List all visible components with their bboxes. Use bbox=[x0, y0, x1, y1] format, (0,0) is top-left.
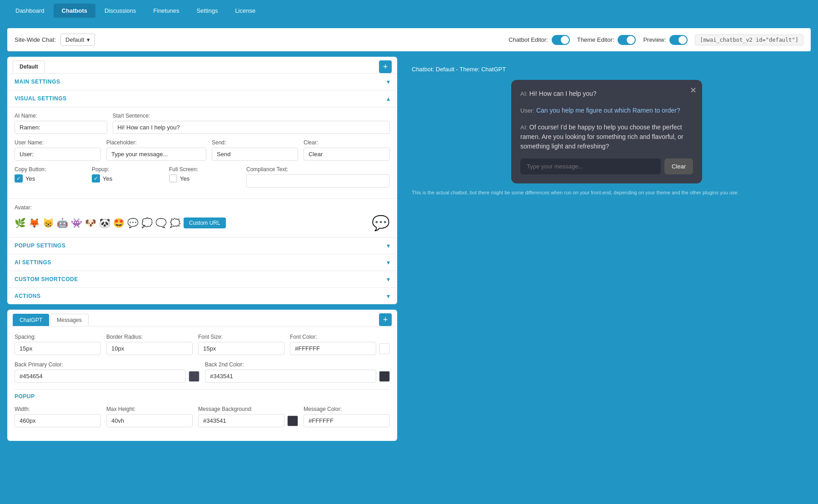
avatar-section: Avatar: 🌿 🦊 😸 🤖 👾 🐶 🐼 🤩 💬 💭 🗨️ 🗯️ bbox=[7, 198, 397, 237]
back-primary-swatch[interactable] bbox=[189, 371, 200, 382]
avatar-row: 🌿 🦊 😸 🤖 👾 🐶 🐼 🤩 💬 💭 🗨️ 🗯️ Custom URL bbox=[15, 214, 390, 232]
theme-row-2: Back Primary Color: Back 2nd Color: bbox=[15, 361, 390, 383]
ai-settings-title: AI SETTINGS bbox=[15, 259, 51, 266]
preview-toggle[interactable] bbox=[669, 35, 688, 45]
theme-row-3: Width: Max Height: Message Background: bbox=[15, 406, 390, 427]
font-size-input[interactable] bbox=[198, 342, 284, 355]
avatar-emoji-9[interactable]: 💬 bbox=[127, 217, 139, 228]
font-color-input-row bbox=[290, 342, 390, 355]
ai-sender-1: AI: bbox=[520, 90, 528, 97]
username-row: User Name: Placeholder: Send: Clear bbox=[15, 139, 390, 161]
avatar-emoji-11[interactable]: 🗨️ bbox=[155, 217, 167, 228]
avatar-emoji-7[interactable]: 🐼 bbox=[99, 217, 110, 228]
fullscreen-group: Full Screen: Yes bbox=[169, 166, 241, 188]
visual-settings-chevron: ▴ bbox=[387, 95, 390, 102]
avatar-emoji-10[interactable]: 💭 bbox=[141, 217, 153, 228]
avatar-emoji-12[interactable]: 🗯️ bbox=[170, 217, 181, 228]
card-header: Default + bbox=[7, 57, 397, 73]
border-radius-input[interactable] bbox=[106, 342, 193, 355]
chat-message-input[interactable] bbox=[520, 158, 661, 174]
main-settings-title: MAIN SETTINGS bbox=[15, 79, 60, 85]
start-sentence-input[interactable] bbox=[113, 121, 390, 134]
nav-tab-dashboard[interactable]: Dashboard bbox=[7, 4, 53, 18]
copy-button-group: Copy Button: ✓ Yes bbox=[15, 166, 86, 188]
avatar-emoji-3[interactable]: 😸 bbox=[43, 217, 54, 228]
chatbot-card: Default + MAIN SETTINGS ▾ VISUAL SETTING… bbox=[7, 57, 397, 304]
spacing-input[interactable] bbox=[15, 342, 101, 355]
default-tab[interactable]: Default bbox=[13, 60, 45, 73]
user-text-2: Can you help me figure out which Ramen t… bbox=[536, 107, 680, 114]
popup-label: Popup: bbox=[92, 166, 164, 173]
clear-input[interactable] bbox=[304, 148, 390, 161]
top-bar: Site-Wide Chat: Default ▾ Chatbot Editor… bbox=[7, 28, 811, 51]
popup-value: Yes bbox=[103, 175, 112, 182]
nav-tab-license[interactable]: License bbox=[227, 4, 264, 18]
chat-preview-title: Chatbot: Default - Theme: ChatGPT bbox=[412, 66, 802, 73]
chatbot-editor-toggle[interactable] bbox=[552, 35, 570, 45]
theme-editor-toggle[interactable] bbox=[618, 35, 636, 45]
compliance-text-input[interactable] bbox=[246, 174, 390, 188]
nav-tab-finetunes[interactable]: Finetunes bbox=[145, 4, 187, 18]
chat-clear-button[interactable]: Clear bbox=[664, 158, 693, 174]
font-color-swatch[interactable] bbox=[379, 343, 390, 354]
chat-close-button[interactable]: ✕ bbox=[690, 85, 697, 95]
msg-bg-swatch[interactable] bbox=[287, 415, 298, 426]
width-group: Width: bbox=[15, 406, 101, 427]
back-primary-label: Back Primary Color: bbox=[15, 361, 200, 368]
back-primary-input[interactable] bbox=[15, 370, 186, 383]
ai-settings-header[interactable]: AI SETTINGS ▾ bbox=[7, 254, 397, 271]
font-color-input[interactable] bbox=[290, 342, 376, 355]
nav-tab-chatbots[interactable]: Chatbots bbox=[54, 4, 95, 18]
nav-tab-discussions[interactable]: Discussions bbox=[96, 4, 144, 18]
msg-bg-group: Message Background: bbox=[198, 406, 298, 427]
custom-url-button[interactable]: Custom URL bbox=[184, 217, 226, 228]
visual-settings-header[interactable]: VISUAL SETTINGS ▴ bbox=[7, 90, 397, 107]
user-sender-2: User: bbox=[520, 107, 534, 114]
popup-settings-header[interactable]: POPUP SETTINGS ▾ bbox=[7, 237, 397, 254]
theme-card: ChatGPT Messages + Spacing: Border Radiu… bbox=[7, 310, 397, 441]
chat-bubble-icon: 💬 bbox=[372, 215, 390, 231]
site-wide-dropdown[interactable]: Default ▾ bbox=[60, 34, 95, 46]
msg-color-input-row bbox=[304, 414, 390, 427]
chat-message-1: AI: Hi! How can I help you? bbox=[520, 89, 693, 99]
username-label: User Name: bbox=[15, 139, 101, 146]
theme-tab-messages[interactable]: Messages bbox=[50, 314, 89, 326]
avatar-emoji-4[interactable]: 🤖 bbox=[57, 217, 68, 228]
site-wide-label: Site-Wide Chat: bbox=[15, 36, 56, 43]
username-input[interactable] bbox=[15, 148, 101, 161]
font-color-label: Font Color: bbox=[290, 334, 390, 340]
avatar-emoji-5[interactable]: 👾 bbox=[71, 217, 82, 228]
add-chatbot-button[interactable]: + bbox=[379, 60, 392, 73]
avatar-emoji-6[interactable]: 🐶 bbox=[85, 217, 96, 228]
fullscreen-checkbox[interactable] bbox=[169, 174, 177, 183]
send-group: Send: bbox=[212, 139, 298, 161]
custom-shortcode-header[interactable]: CUSTOM SHORTCODE ▾ bbox=[7, 271, 397, 287]
msg-color-input[interactable] bbox=[304, 414, 390, 427]
actions-chevron: ▾ bbox=[387, 292, 390, 300]
copy-button-checkbox[interactable]: ✓ bbox=[15, 174, 23, 183]
theme-tab-chatgpt[interactable]: ChatGPT bbox=[13, 314, 49, 326]
avatar-preview: 💬 bbox=[372, 214, 390, 232]
avatar-emoji-8[interactable]: 🤩 bbox=[113, 217, 125, 228]
back-2nd-swatch[interactable] bbox=[379, 371, 390, 382]
chevron-down-icon: ▾ bbox=[87, 36, 90, 43]
border-radius-group: Border Radius: bbox=[106, 334, 193, 355]
clear-label: Clear: bbox=[304, 139, 390, 146]
avatar-emoji-1[interactable]: 🌿 bbox=[15, 217, 26, 228]
fullscreen-label: Full Screen: bbox=[169, 166, 241, 173]
back-2nd-input[interactable] bbox=[205, 370, 376, 383]
nav-tab-settings[interactable]: Settings bbox=[188, 4, 226, 18]
actions-header[interactable]: ACTIONS ▾ bbox=[7, 287, 397, 304]
placeholder-input[interactable] bbox=[106, 148, 206, 161]
ai-name-input[interactable] bbox=[15, 121, 107, 134]
popup-checkbox[interactable]: ✓ bbox=[92, 174, 100, 183]
avatar-emoji-2[interactable]: 🦊 bbox=[29, 217, 40, 228]
actions-title: ACTIONS bbox=[15, 293, 41, 299]
max-height-input[interactable] bbox=[106, 414, 193, 427]
main-settings-header[interactable]: MAIN SETTINGS ▾ bbox=[7, 73, 397, 90]
send-input[interactable] bbox=[212, 148, 298, 161]
add-theme-button[interactable]: + bbox=[379, 313, 392, 326]
msg-bg-input[interactable] bbox=[198, 414, 284, 427]
width-input[interactable] bbox=[15, 414, 101, 427]
copy-button-checkbox-row: ✓ Yes bbox=[15, 174, 86, 183]
